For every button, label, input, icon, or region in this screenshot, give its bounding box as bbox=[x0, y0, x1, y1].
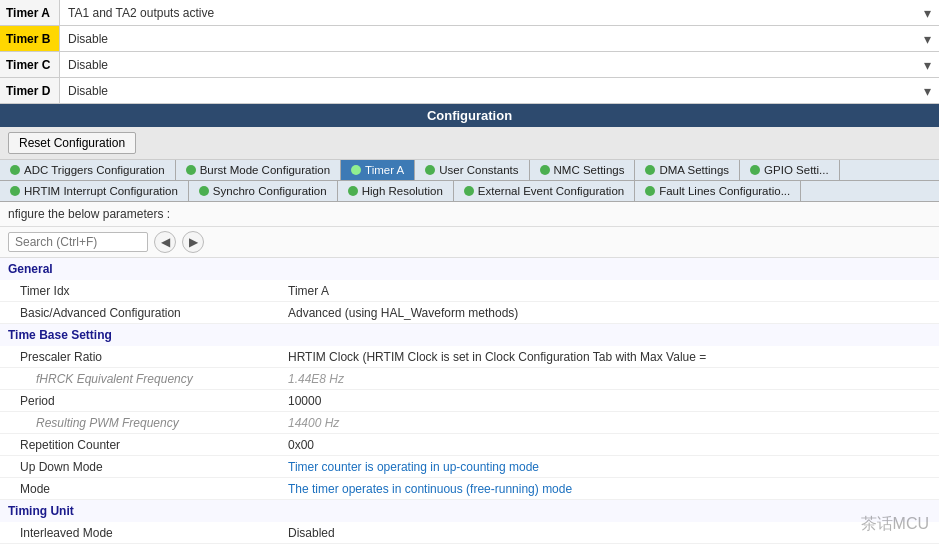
param-row: Up Down ModeTimer counter is operating i… bbox=[0, 456, 939, 478]
tab-dot-hrtim-interrupt bbox=[10, 186, 20, 196]
tab-dot-timer-a bbox=[351, 165, 361, 175]
param-value-time-base-0: HRTIM Clock (HRTIM Clock is set in Clock… bbox=[280, 347, 939, 367]
timer-value-timerD: Disable bbox=[60, 84, 915, 98]
tab-label-high-resolution: High Resolution bbox=[362, 185, 443, 197]
param-name-general-1: Basic/Advanced Configuration bbox=[0, 303, 280, 323]
tab-label-burst-mode: Burst Mode Configuration bbox=[200, 164, 330, 176]
section-header-general: General bbox=[0, 258, 939, 280]
timer-chevron-timerD[interactable]: ▾ bbox=[915, 83, 939, 99]
param-name-time-base-2: Period bbox=[0, 391, 280, 411]
tab-dot-external-event bbox=[464, 186, 474, 196]
param-value-time-base-6: The timer operates in continuous (free-r… bbox=[280, 479, 939, 499]
param-value-time-base-5: Timer counter is operating in up-countin… bbox=[280, 457, 939, 477]
tab-timer-a[interactable]: Timer A bbox=[341, 160, 415, 180]
tab-dot-gpio-settings bbox=[750, 165, 760, 175]
tab-dot-high-resolution bbox=[348, 186, 358, 196]
param-row: fHRCK Equivalent Frequency1.44E8 Hz bbox=[0, 368, 939, 390]
timer-label-timerB: Timer B bbox=[0, 26, 60, 51]
tab-label-dma-settings: DMA Settings bbox=[659, 164, 729, 176]
tab-dma-settings[interactable]: DMA Settings bbox=[635, 160, 740, 180]
tab-label-user-constants: User Constants bbox=[439, 164, 518, 176]
config-hint: nfigure the below parameters : bbox=[0, 202, 939, 227]
timer-chevron-timerA[interactable]: ▾ bbox=[915, 5, 939, 21]
config-header: Configuration bbox=[0, 104, 939, 127]
param-value-time-base-1: 1.44E8 Hz bbox=[280, 369, 939, 389]
tab-dot-adc-triggers bbox=[10, 165, 20, 175]
timer-row-timerC: Timer CDisable▾ bbox=[0, 52, 939, 78]
param-value-time-base-3: 14400 Hz bbox=[280, 413, 939, 433]
reset-configuration-button[interactable]: Reset Configuration bbox=[8, 132, 136, 154]
tab-label-synchro: Synchro Configuration bbox=[213, 185, 327, 197]
tab-high-resolution[interactable]: High Resolution bbox=[338, 181, 454, 201]
timer-value-timerC: Disable bbox=[60, 58, 915, 72]
param-value-general-1: Advanced (using HAL_Waveform methods) bbox=[280, 303, 939, 323]
timer-label-timerA: Timer A bbox=[0, 0, 60, 25]
tab-dot-nmc-settings bbox=[540, 165, 550, 175]
param-value-time-base-2: 10000 bbox=[280, 391, 939, 411]
param-name-time-base-3: Resulting PWM Frequency bbox=[0, 413, 280, 433]
param-value-timing-unit-0: Disabled bbox=[280, 523, 939, 543]
tab-external-event[interactable]: External Event Configuration bbox=[454, 181, 635, 201]
timer-row-timerD: Timer DDisable▾ bbox=[0, 78, 939, 104]
tab-dot-fault-lines bbox=[645, 186, 655, 196]
param-name-time-base-1: fHRCK Equivalent Frequency bbox=[0, 369, 280, 389]
tabs-row-2: HRTIM Interrupt ConfigurationSynchro Con… bbox=[0, 181, 939, 202]
tab-label-fault-lines: Fault Lines Configuratio... bbox=[659, 185, 790, 197]
param-name-general-0: Timer Idx bbox=[0, 281, 280, 301]
timer-chevron-timerB[interactable]: ▾ bbox=[915, 31, 939, 47]
tab-dot-dma-settings bbox=[645, 165, 655, 175]
tab-gpio-settings[interactable]: GPIO Setti... bbox=[740, 160, 840, 180]
tab-label-gpio-settings: GPIO Setti... bbox=[764, 164, 829, 176]
tab-burst-mode[interactable]: Burst Mode Configuration bbox=[176, 160, 341, 180]
param-name-timing-unit-0: Interleaved Mode bbox=[0, 523, 280, 543]
timer-value-timerA: TA1 and TA2 outputs active bbox=[60, 6, 915, 20]
tab-dot-burst-mode bbox=[186, 165, 196, 175]
tab-fault-lines[interactable]: Fault Lines Configuratio... bbox=[635, 181, 801, 201]
timer-chevron-timerC[interactable]: ▾ bbox=[915, 57, 939, 73]
tab-nmc-settings[interactable]: NMC Settings bbox=[530, 160, 636, 180]
nav-next-button[interactable]: ▶ bbox=[182, 231, 204, 253]
tab-user-constants[interactable]: User Constants bbox=[415, 160, 529, 180]
tab-label-nmc-settings: NMC Settings bbox=[554, 164, 625, 176]
tab-label-timer-a: Timer A bbox=[365, 164, 404, 176]
section-header-timing-unit: Timing Unit bbox=[0, 500, 939, 522]
tab-dot-synchro bbox=[199, 186, 209, 196]
tab-label-external-event: External Event Configuration bbox=[478, 185, 624, 197]
tab-dot-user-constants bbox=[425, 165, 435, 175]
tab-synchro[interactable]: Synchro Configuration bbox=[189, 181, 338, 201]
param-name-time-base-0: Prescaler Ratio bbox=[0, 347, 280, 367]
param-row: Timer IdxTimer A bbox=[0, 280, 939, 302]
timer-row-timerB: Timer BDisable▾ bbox=[0, 26, 939, 52]
param-value-time-base-4: 0x00 bbox=[280, 435, 939, 455]
timer-label-timerD: Timer D bbox=[0, 78, 60, 103]
section-header-time-base: Time Base Setting bbox=[0, 324, 939, 346]
reset-btn-row: Reset Configuration bbox=[0, 127, 939, 160]
param-row: ModeThe timer operates in continuous (fr… bbox=[0, 478, 939, 500]
nav-prev-button[interactable]: ◀ bbox=[154, 231, 176, 253]
param-row: Period10000 bbox=[0, 390, 939, 412]
param-name-time-base-5: Up Down Mode bbox=[0, 457, 280, 477]
timer-row-timerA: Timer ATA1 and TA2 outputs active▾ bbox=[0, 0, 939, 26]
timer-value-timerB: Disable bbox=[60, 32, 915, 46]
param-row: Interleaved ModeDisabled bbox=[0, 522, 939, 544]
param-row: Basic/Advanced ConfigurationAdvanced (us… bbox=[0, 302, 939, 324]
param-row: Resulting PWM Frequency14400 Hz bbox=[0, 412, 939, 434]
tab-label-hrtim-interrupt: HRTIM Interrupt Configuration bbox=[24, 185, 178, 197]
params-area: GeneralTimer IdxTimer ABasic/Advanced Co… bbox=[0, 258, 939, 545]
search-row: ◀ ▶ bbox=[0, 227, 939, 258]
tab-adc-triggers[interactable]: ADC Triggers Configuration bbox=[0, 160, 176, 180]
search-input[interactable] bbox=[8, 232, 148, 252]
param-value-general-0: Timer A bbox=[280, 281, 939, 301]
tabs-row-1: ADC Triggers ConfigurationBurst Mode Con… bbox=[0, 160, 939, 181]
tab-label-adc-triggers: ADC Triggers Configuration bbox=[24, 164, 165, 176]
param-name-time-base-4: Repetition Counter bbox=[0, 435, 280, 455]
param-row: Repetition Counter0x00 bbox=[0, 434, 939, 456]
param-name-time-base-6: Mode bbox=[0, 479, 280, 499]
timer-label-timerC: Timer C bbox=[0, 52, 60, 77]
tab-hrtim-interrupt[interactable]: HRTIM Interrupt Configuration bbox=[0, 181, 189, 201]
param-row: Prescaler RatioHRTIM Clock (HRTIM Clock … bbox=[0, 346, 939, 368]
